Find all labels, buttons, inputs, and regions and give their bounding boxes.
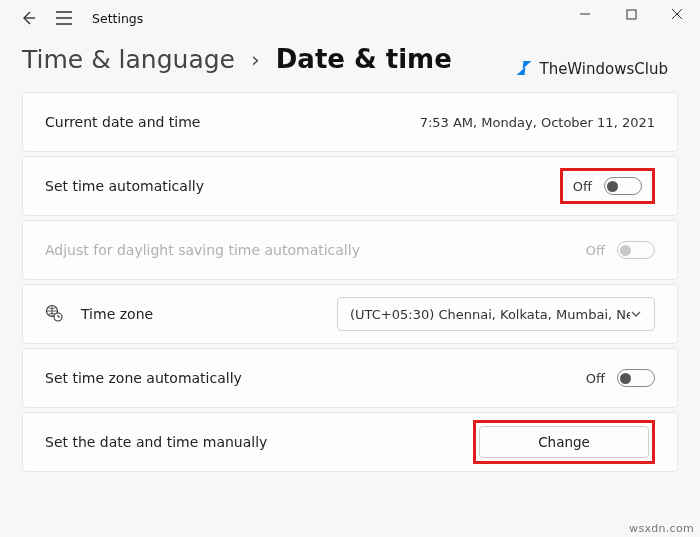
- set-tz-auto-toggle[interactable]: [617, 369, 655, 387]
- row-timezone: Time zone (UTC+05:30) Chennai, Kolkata, …: [22, 284, 678, 344]
- timezone-dropdown[interactable]: (UTC+05:30) Chennai, Kolkata, Mumbai, Ne…: [337, 297, 655, 331]
- window-controls: [562, 0, 700, 28]
- settings-list: Current date and time 7:53 AM, Monday, O…: [0, 78, 700, 472]
- row-label: Current date and time: [45, 114, 200, 130]
- back-icon[interactable]: [20, 10, 36, 26]
- toggle-state-label: Off: [586, 243, 605, 258]
- titlebar: Settings: [0, 0, 700, 32]
- maximize-button[interactable]: [608, 0, 654, 28]
- row-dst-auto: Adjust for daylight saving time automati…: [22, 220, 678, 280]
- highlight-box: Off: [560, 168, 655, 204]
- site-watermark: TheWindowsClub: [517, 60, 668, 78]
- highlight-box: Change: [473, 420, 655, 464]
- close-button[interactable]: [654, 0, 700, 28]
- row-label: Set time zone automatically: [45, 370, 242, 386]
- chevron-right-icon: ›: [251, 47, 260, 72]
- chevron-down-icon: [630, 308, 642, 320]
- toggle-state-label: Off: [573, 179, 592, 194]
- corner-watermark: wsxdn.com: [629, 522, 694, 535]
- row-current-datetime: Current date and time 7:53 AM, Monday, O…: [22, 92, 678, 152]
- watermark-text: TheWindowsClub: [539, 60, 668, 78]
- current-datetime-value: 7:53 AM, Monday, October 11, 2021: [420, 115, 655, 130]
- svg-rect-0: [627, 10, 636, 19]
- minimize-button[interactable]: [562, 0, 608, 28]
- row-label: Adjust for daylight saving time automati…: [45, 242, 360, 258]
- breadcrumb-parent[interactable]: Time & language: [22, 45, 235, 74]
- hamburger-icon[interactable]: [56, 11, 72, 25]
- row-label: Set the date and time manually: [45, 434, 267, 450]
- row-label: Time zone: [81, 306, 153, 322]
- window-title: Settings: [92, 11, 143, 26]
- dropdown-value: (UTC+05:30) Chennai, Kolkata, Mumbai, Ne…: [350, 307, 630, 322]
- settings-window: Settings Time & language › Date & time T…: [0, 0, 700, 537]
- toggle-state-label: Off: [586, 371, 605, 386]
- row-set-time-auto: Set time automatically Off: [22, 156, 678, 216]
- set-time-auto-toggle[interactable]: [604, 177, 642, 195]
- page-title: Date & time: [276, 44, 452, 74]
- logo-icon: [517, 61, 533, 77]
- globe-clock-icon: [45, 304, 63, 325]
- row-label: Set time automatically: [45, 178, 204, 194]
- dst-auto-toggle: [617, 241, 655, 259]
- row-set-tz-auto: Set time zone automatically Off: [22, 348, 678, 408]
- row-set-manual: Set the date and time manually Change: [22, 412, 678, 472]
- change-button[interactable]: Change: [479, 426, 649, 458]
